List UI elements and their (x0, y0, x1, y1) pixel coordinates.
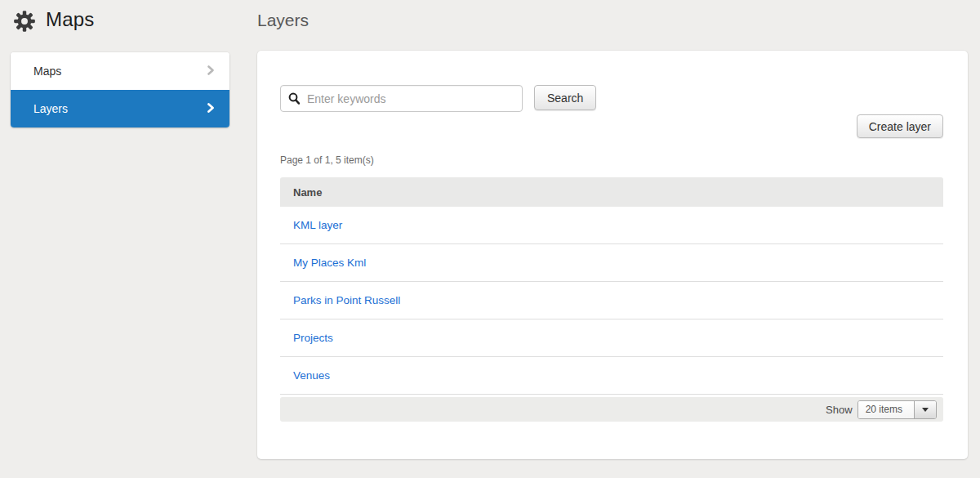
layer-link[interactable]: Parks in Point Russell (293, 294, 400, 306)
sidebar: Maps Layers (11, 52, 229, 127)
layers-panel: Search Create layer Page 1 of 1, 5 item(… (257, 51, 968, 459)
sidebar-item-label: Layers (33, 102, 68, 115)
table-row: Projects (280, 319, 943, 357)
sidebar-item-maps[interactable]: Maps (11, 52, 229, 90)
caret-down-button[interactable] (914, 401, 936, 418)
sidebar-item-layers[interactable]: Layers (11, 90, 229, 127)
create-row: Create layer (857, 114, 943, 138)
table-row: Venues (280, 357, 943, 395)
layer-link[interactable]: My Places Kml (293, 257, 366, 269)
app-header: Maps Layers (0, 0, 980, 46)
layers-table: Name KML layer My Places Kml Parks in Po… (280, 177, 943, 422)
table-row: KML layer (280, 207, 943, 244)
chevron-right-icon (207, 102, 215, 116)
search-row: Search (280, 85, 596, 112)
layer-table-body: KML layer My Places Kml Parks in Point R… (280, 207, 943, 395)
search-box (280, 85, 523, 112)
maps-admin-page: { "header": { "app_title": "Maps", "page… (0, 0, 980, 478)
app-title: Maps (46, 8, 95, 31)
table-row: My Places Kml (280, 244, 943, 282)
gear-icon (13, 10, 36, 33)
page-size-dropdown[interactable]: 20 items (858, 400, 937, 419)
search-button[interactable]: Search (534, 85, 596, 110)
layer-link[interactable]: Venues (293, 369, 330, 382)
create-layer-button[interactable]: Create layer (857, 114, 943, 138)
page-title: Layers (257, 11, 309, 30)
sidebar-item-label: Maps (33, 65, 61, 78)
table-header: Name (280, 177, 943, 207)
caret-down-icon (922, 408, 929, 412)
table-footer: Show 20 items (280, 397, 943, 422)
chevron-right-icon (207, 65, 215, 78)
table-row: Parks in Point Russell (280, 282, 943, 319)
pagination-summary: Page 1 of 1, 5 item(s) (280, 154, 374, 166)
search-input[interactable] (280, 85, 523, 112)
search-icon (288, 92, 300, 108)
column-header-name: Name (293, 186, 322, 199)
show-label: Show (826, 404, 853, 416)
page-size-value: 20 items (858, 401, 914, 418)
layer-link[interactable]: Projects (293, 332, 333, 344)
layer-link[interactable]: KML layer (293, 219, 342, 231)
